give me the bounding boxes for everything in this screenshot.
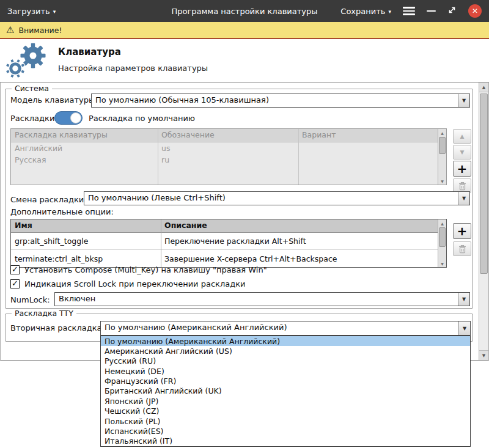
load-menu-button[interactable]: Загрузить ▾ <box>7 7 56 16</box>
layouts-table: Раскладка клавиатуры Обозначение Вариант… <box>10 128 447 185</box>
combo-arrow-button[interactable]: ▼ <box>458 94 469 107</box>
dropdown-option[interactable]: Чешский (CZ) <box>101 406 470 416</box>
switch-key-label: Смена раскладки: <box>10 195 87 204</box>
secondary-layout-dropdown: По умолчанию (Американский Английский) А… <box>100 336 471 447</box>
options-table-scrollbar[interactable]: ▲ ▼ <box>438 219 446 267</box>
save-menu-label: Сохранить <box>340 7 385 16</box>
table-row[interactable]: grp:alt_shift_toggle Переключение раскла… <box>11 233 446 250</box>
scrolllock-checkbox[interactable]: ✓ <box>10 279 20 288</box>
secondary-layout-select[interactable]: По умолчанию (Американский Английский) ▼ <box>100 321 471 336</box>
compose-checkbox[interactable]: ✓ <box>10 265 20 274</box>
dropdown-option[interactable]: Польский (PL) <box>101 416 470 426</box>
extra-options-table: Имя Описание grp:alt_shift_toggle Перекл… <box>10 219 447 268</box>
table-row[interactable]: Русская ru <box>11 154 446 166</box>
dropdown-option[interactable]: Британский Английский (UK) <box>101 386 470 396</box>
scroll-down-icon[interactable]: ▼ <box>438 177 446 185</box>
titlebar-controls: Сохранить ▾ ✕ <box>340 4 482 18</box>
tty-group-legend: Раскладка TTY <box>12 309 76 318</box>
move-layout-up-button[interactable]: ▲ <box>453 129 471 144</box>
extra-options-label: Дополнительные опции: <box>10 207 114 216</box>
system-group-legend: Система <box>12 84 52 93</box>
scroll-down-icon[interactable]: ▼ <box>479 350 488 360</box>
trash-icon <box>458 244 466 254</box>
scrolllock-checkbox-label: Индикация Scroll Lock при переключении р… <box>24 279 245 288</box>
scrollbar-thumb[interactable] <box>439 137 446 154</box>
scrolllock-check-row: ✓ Индикация Scroll Lock при переключении… <box>10 279 245 288</box>
compose-check-row: ✓ Установить Compose (Multi_Key) на клав… <box>10 265 267 274</box>
compose-checkbox-label: Установить Compose (Multi_Key) на клавиш… <box>24 265 267 274</box>
combo-arrow-button[interactable]: ▼ <box>458 293 469 306</box>
add-option-button[interactable]: + <box>453 223 471 239</box>
system-group: Система Модель клавиатуры: По умолчанию … <box>5 89 473 309</box>
warning-text: Внимание! <box>18 26 62 35</box>
page-title: Клавиатура <box>58 46 121 57</box>
default-layout-toggle[interactable] <box>54 111 83 125</box>
expand-icon <box>447 6 457 15</box>
keyboard-model-select[interactable]: По умолчанию (Обычная 105-клавишная) ▼ <box>91 94 470 108</box>
col-header-variant: Вариант <box>298 129 446 142</box>
keyboard-model-value: По умолчанию (Обычная 105-клавишная) <box>92 94 458 107</box>
down-arrow-icon: ▼ <box>460 149 465 155</box>
check-icon: ✓ <box>12 279 18 288</box>
combo-arrow-icon: ▼ <box>463 326 466 331</box>
dropdown-option[interactable]: Испанский(ES) <box>101 426 470 436</box>
scroll-up-icon[interactable]: ▲ <box>438 129 446 136</box>
switch-key-value: По умолчанию (Левые Ctrl+Shift) <box>84 192 458 205</box>
dropdown-option[interactable]: По умолчанию (Американский Английский) <box>101 336 470 346</box>
table-row[interactable]: Английский us <box>11 142 446 154</box>
numlock-value: Включен <box>55 293 458 306</box>
switch-key-select[interactable]: По умолчанию (Левые Ctrl+Shift) ▼ <box>84 191 470 205</box>
combo-arrow-icon: ▼ <box>462 296 466 302</box>
table-row[interactable]: terminate:ctrl_alt_bksp Завершение X-сер… <box>11 250 446 267</box>
move-layout-down-button[interactable]: ▼ <box>453 145 471 160</box>
plus-icon: + <box>457 161 468 176</box>
close-button[interactable]: ✕ <box>468 4 482 18</box>
close-icon: ✕ <box>472 7 478 15</box>
page-subtitle: Настройка параметров клавиатуры <box>58 64 208 73</box>
maximize-button[interactable] <box>447 6 457 17</box>
col-header-description: Описание <box>161 219 446 232</box>
caret-down-icon: ▾ <box>53 8 56 15</box>
numlock-label: NumLock: <box>10 295 50 304</box>
scrollbar-thumb[interactable] <box>480 94 488 274</box>
add-layout-button[interactable]: + <box>453 161 471 177</box>
settings-scroll-area: Система Модель клавиатуры: По умолчанию … <box>0 82 489 361</box>
combo-arrow-icon: ▼ <box>462 196 466 201</box>
combo-arrow-button[interactable]: ▼ <box>458 192 469 205</box>
save-menu-button[interactable]: Сохранить ▾ <box>340 7 391 16</box>
col-header-name: Имя <box>11 219 161 232</box>
plus-icon: + <box>457 224 468 238</box>
gears-icon <box>4 41 51 81</box>
page-header: Клавиатура Настройка параметров клавиату… <box>0 39 489 82</box>
keyboard-model-label: Модель клавиатуры: <box>10 95 98 105</box>
trash-icon <box>458 182 466 191</box>
secondary-layout-label: Вторичная раскладка: <box>10 323 105 332</box>
scroll-up-icon[interactable]: ▲ <box>479 83 488 92</box>
app-window: Загрузить ▾ Программа настройки клавиату… <box>0 0 489 448</box>
dropdown-option[interactable]: Американский Английский (US) <box>101 346 470 356</box>
scrollbar-thumb[interactable] <box>439 227 446 247</box>
layouts-table-header: Раскладка клавиатуры Обозначение Вариант <box>11 129 446 142</box>
combo-arrow-button[interactable]: ▼ <box>458 321 470 335</box>
load-menu-label: Загрузить <box>7 7 50 16</box>
scroll-up-icon[interactable]: ▲ <box>438 219 446 227</box>
titlebar: Загрузить ▾ Программа настройки клавиату… <box>0 0 489 22</box>
dropdown-option[interactable]: Русский (RU) <box>101 356 470 366</box>
delete-option-button[interactable] <box>453 241 471 256</box>
dropdown-option[interactable]: Итальянский (IT) <box>101 436 470 446</box>
scroll-down-icon[interactable]: ▼ <box>438 260 446 267</box>
col-header-code: Обозначение <box>158 129 298 142</box>
dropdown-option[interactable]: Французский (FR) <box>101 376 470 386</box>
main-scrollbar[interactable]: ▲ ▼ <box>479 83 488 360</box>
col-header-layout: Раскладка клавиатуры <box>11 129 158 142</box>
secondary-layout-value: По умолчанию (Американский Английский) <box>101 321 458 335</box>
dropdown-option[interactable]: Немецкий (DE) <box>101 366 470 376</box>
layouts-table-scrollbar[interactable]: ▲ ▼ <box>438 129 446 185</box>
numlock-select[interactable]: Включен ▼ <box>54 292 470 306</box>
minimize-button[interactable] <box>427 7 436 15</box>
warning-bar: ⚠ Внимание! <box>0 22 489 39</box>
menu-icon[interactable] <box>403 7 415 15</box>
toggle-knob <box>70 112 81 123</box>
dropdown-option[interactable]: Японский (JP) <box>101 396 470 406</box>
default-layout-toggle-label: Раскладка по умолчанию <box>89 114 195 123</box>
